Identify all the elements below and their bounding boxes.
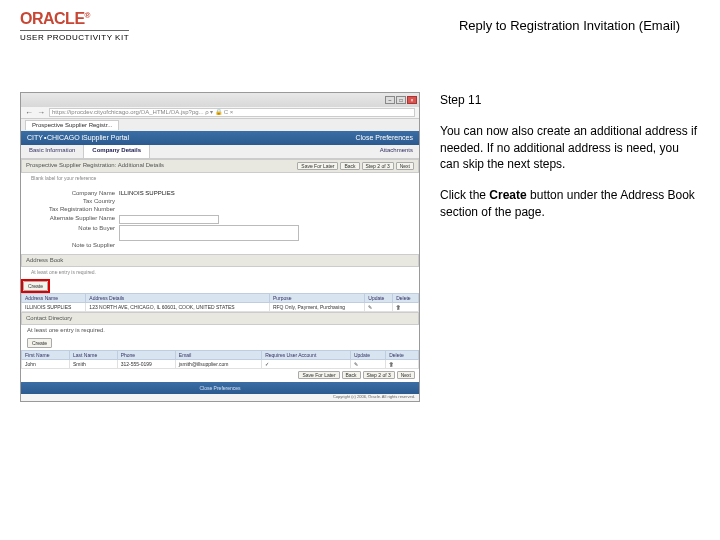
close-icon: × (407, 96, 417, 104)
page-title: Reply to Registration Invitation (Email) (459, 18, 680, 33)
contact-directory-header: Contact Directory (21, 312, 419, 325)
contact-required-note: At least one entry is required. (21, 325, 419, 336)
instruction-para-2: Click the Create button under the Addres… (440, 187, 700, 221)
registered-mark: ® (85, 11, 90, 20)
save-for-later-button-bottom: Save For Later (298, 371, 339, 379)
contact-first-cell: John (22, 360, 70, 369)
next-button: Next (396, 162, 414, 170)
address-book-header: Address Book (21, 254, 419, 267)
contact-email-cell: jsmith@illsupplier.com (175, 360, 261, 369)
alt-name-label: Alternate Supplier Name (29, 215, 119, 224)
company-form: Company NameILLINOIS SUPPLIES Tax Countr… (21, 185, 419, 254)
portal-title: CITY∘CHICAGO iSupplier Portal (27, 134, 129, 142)
minimize-icon: – (385, 96, 395, 104)
address-book-title: Address Book (26, 257, 63, 264)
brand-block: ORACLE® USER PRODUCTIVITY KIT (20, 10, 129, 42)
contact-col-last: Last Name (70, 351, 118, 360)
copyright-text: Copyright (c) 2006, Oracle. All rights r… (21, 394, 419, 401)
note-buyer-label: Note to Buyer (29, 225, 119, 241)
brand-text: ORACLE (20, 10, 85, 27)
instruction-para-1: You can now also create an additional ad… (440, 123, 700, 173)
tax-country-label: Tax Country (29, 198, 119, 205)
trash-icon: 🗑 (393, 302, 419, 311)
portal-footer: Close Preferences (21, 382, 419, 394)
back-button: Back (340, 162, 359, 170)
portal-header: CITY∘CHICAGO iSupplier Portal Close Pref… (21, 131, 419, 145)
address-hint: At least one entry is required. (31, 269, 419, 275)
window-titlebar: – □ × (21, 93, 419, 107)
table-row: John Smith 312-555-0199 jsmith@illsuppli… (22, 360, 419, 369)
addr-purpose-cell: RFQ Only, Payment, Purchasing (269, 302, 364, 311)
table-row: ILLINOIS SUPPLIES 123 NORTH AVE, CHICAGO… (22, 302, 419, 311)
instruction-panel: Step 11 You can now also create an addit… (440, 92, 700, 402)
tab-attachments: Attachments (374, 145, 419, 158)
contact-col-first: First Name (22, 351, 70, 360)
browser-tab-strip: Prospective Supplier Registr... (21, 119, 419, 131)
subbrand-text: USER PRODUCTIVITY KIT (20, 30, 129, 42)
trash-icon: 🗑 (386, 360, 419, 369)
url-field: https://iprocdev.cityofchicago.org/OA_HT… (49, 108, 415, 117)
tax-id-label: Tax Registration Number (29, 206, 119, 213)
create-contact-button: Create (27, 338, 52, 348)
contact-col-acct: Requires User Account (262, 351, 351, 360)
note-buyer-input (119, 225, 299, 241)
addr-col-name: Address Name (22, 293, 86, 302)
pencil-icon: ✎ (365, 302, 393, 311)
tab-basic-info: Basic Information (21, 145, 84, 158)
addr-col-purpose: Purpose (269, 293, 364, 302)
section-title: Prospective Supplier Registration: Addit… (26, 162, 164, 169)
contact-table: First Name Last Name Phone Email Require… (21, 350, 419, 369)
step-indicator-bottom: Step 2 of 3 (363, 371, 395, 379)
contact-last-cell: Smith (70, 360, 118, 369)
addr-details-cell: 123 NORTH AVE, CHICAGO, IL 60601, COOK, … (86, 302, 270, 311)
step-indicator: Step 2 of 3 (362, 162, 394, 170)
embedded-screenshot: – □ × ← → https://iprocdev.cityofchicago… (20, 92, 420, 402)
tab-company-details: Company Details (84, 145, 150, 158)
company-name-label: Company Name (29, 190, 119, 197)
create-button-highlight: Create (21, 279, 50, 293)
wizard-tabs: Basic Information Company Details Attach… (21, 145, 419, 159)
addr-col-delete: Delete (393, 293, 419, 302)
addr-name-cell: ILLINOIS SUPPLIES (22, 302, 86, 311)
addr-col-details: Address Details (86, 293, 270, 302)
maximize-icon: □ (396, 96, 406, 104)
alt-name-input (119, 215, 219, 224)
contact-col-delete: Delete (386, 351, 419, 360)
portal-links: Close Preferences (355, 134, 413, 142)
address-table: Address Name Address Details Purpose Upd… (21, 293, 419, 312)
addr-col-update: Update (365, 293, 393, 302)
pencil-icon: ✎ (350, 360, 385, 369)
company-name-value: ILLINOIS SUPPLIES (119, 190, 175, 197)
oracle-logo: ORACLE® (20, 10, 129, 28)
step-label: Step 11 (440, 92, 700, 109)
para2-bold: Create (489, 188, 526, 202)
contact-phone-cell: 312-555-0199 (117, 360, 175, 369)
section-hint: Blank label for your reference (31, 175, 419, 181)
contact-acct-cell: ✓ (262, 360, 351, 369)
next-button-bottom: Next (397, 371, 415, 379)
back-button-bottom: Back (342, 371, 361, 379)
create-address-button[interactable]: Create (23, 281, 48, 291)
forward-arrow-icon: → (37, 108, 45, 118)
browser-toolbar: ← → https://iprocdev.cityofchicago.org/O… (21, 107, 419, 119)
contact-col-update: Update (350, 351, 385, 360)
contact-col-phone: Phone (117, 351, 175, 360)
back-arrow-icon: ← (25, 108, 33, 118)
save-for-later-button: Save For Later (297, 162, 338, 170)
contact-col-email: Email (175, 351, 261, 360)
browser-tab: Prospective Supplier Registr... (25, 120, 119, 130)
bottom-button-row: Save For Later Back Step 2 of 3 Next (21, 369, 419, 381)
para2-pre: Click the (440, 188, 489, 202)
section-header: Prospective Supplier Registration: Addit… (21, 159, 419, 173)
note-supplier-label: Note to Supplier (29, 242, 119, 249)
contact-directory-title: Contact Directory (26, 315, 72, 322)
